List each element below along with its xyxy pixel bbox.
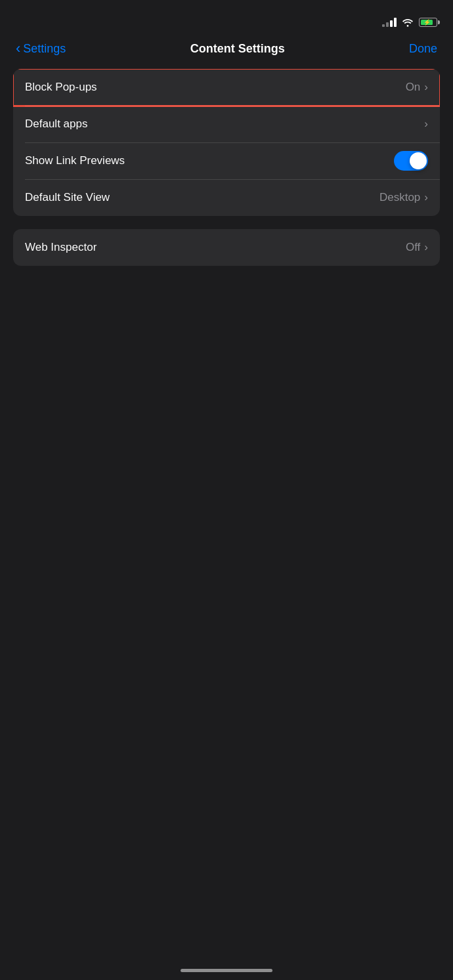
block-popups-label: Block Pop-ups bbox=[25, 81, 97, 94]
default-apps-row[interactable]: Default apps › bbox=[13, 106, 440, 142]
home-indicator bbox=[181, 969, 272, 972]
signal-icon bbox=[382, 18, 397, 27]
default-site-view-label: Default Site View bbox=[25, 191, 110, 204]
default-site-view-right: Desktop › bbox=[379, 191, 428, 204]
web-inspector-label: Web Inspector bbox=[25, 241, 97, 254]
chevron-right-icon: › bbox=[424, 81, 428, 94]
show-link-previews-right bbox=[394, 151, 428, 171]
show-link-previews-row[interactable]: Show Link Previews bbox=[13, 142, 440, 179]
chevron-right-icon: › bbox=[424, 117, 428, 131]
default-site-view-value: Desktop bbox=[379, 191, 420, 204]
settings-group-1: Block Pop-ups On › Default apps › Show L… bbox=[13, 69, 440, 216]
web-inspector-right: Off › bbox=[406, 241, 428, 254]
chevron-right-icon: › bbox=[424, 241, 428, 254]
web-inspector-row[interactable]: Web Inspector Off › bbox=[13, 229, 440, 266]
default-apps-right: › bbox=[424, 117, 428, 131]
wifi-icon bbox=[402, 18, 414, 27]
block-popups-right: On › bbox=[406, 81, 428, 94]
chevron-right-icon: › bbox=[424, 191, 428, 204]
navigation-bar: ‹ Settings Content Settings Done bbox=[0, 35, 453, 69]
status-bar: ⚡ bbox=[0, 0, 453, 35]
block-popups-row[interactable]: Block Pop-ups On › bbox=[13, 69, 440, 106]
back-label: Settings bbox=[23, 42, 66, 56]
default-site-view-row[interactable]: Default Site View Desktop › bbox=[13, 179, 440, 216]
done-button[interactable]: Done bbox=[409, 42, 437, 56]
back-button[interactable]: ‹ Settings bbox=[16, 42, 66, 56]
page-title: Content Settings bbox=[190, 42, 285, 56]
settings-group-2: Web Inspector Off › bbox=[13, 229, 440, 266]
toggle-thumb bbox=[410, 152, 427, 169]
block-popups-value: On bbox=[406, 81, 421, 94]
default-apps-label: Default apps bbox=[25, 117, 87, 131]
chevron-left-icon: ‹ bbox=[16, 41, 20, 56]
show-link-previews-label: Show Link Previews bbox=[25, 154, 125, 167]
show-link-previews-toggle[interactable] bbox=[394, 151, 428, 171]
battery-icon: ⚡ bbox=[419, 18, 437, 27]
web-inspector-value: Off bbox=[406, 241, 420, 254]
settings-content: Block Pop-ups On › Default apps › Show L… bbox=[0, 69, 453, 266]
